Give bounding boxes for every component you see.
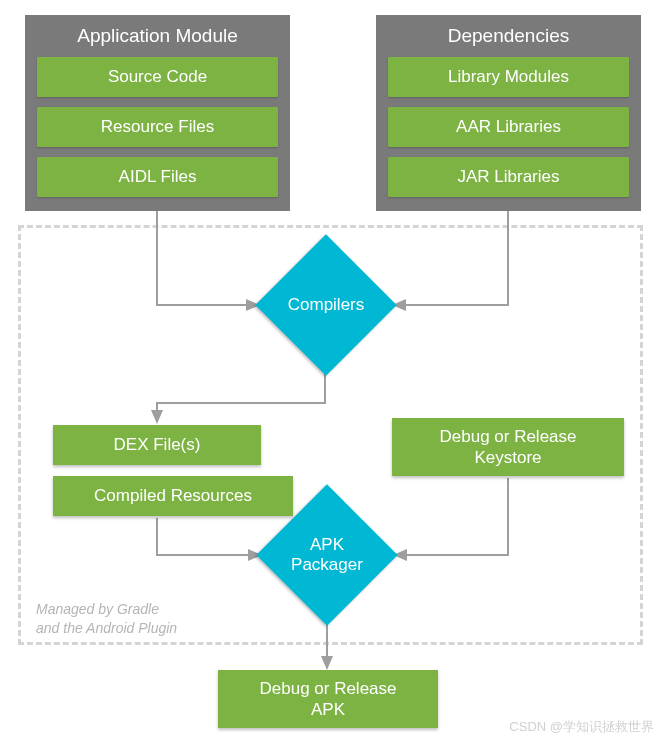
aidl-files-item: AIDL Files [37,157,278,197]
application-module-title: Application Module [37,25,278,47]
application-module-container: Application Module Source Code Resource … [25,15,290,211]
keystore-node: Debug or Release Keystore [392,418,624,476]
watermark-text: CSDN @学知识拯救世界 [509,718,654,736]
aar-libraries-item: AAR Libraries [388,107,629,147]
dependencies-title: Dependencies [388,25,629,47]
source-code-item: Source Code [37,57,278,97]
dex-files-node: DEX File(s) [53,425,261,465]
resource-files-item: Resource Files [37,107,278,147]
managed-by-gradle-note: Managed by Gradle and the Android Plugin [36,600,177,638]
dependencies-container: Dependencies Library Modules AAR Librari… [376,15,641,211]
apk-packager-label: APK Packager [291,535,363,576]
jar-libraries-item: JAR Libraries [388,157,629,197]
apk-packager-node: APK Packager [277,505,377,605]
compiled-resources-node: Compiled Resources [53,476,293,516]
compilers-label: Compilers [288,295,365,315]
apk-output-node: Debug or Release APK [218,670,438,728]
library-modules-item: Library Modules [388,57,629,97]
diagram-canvas: Application Module Source Code Resource … [0,0,660,742]
compilers-node: Compilers [276,255,376,355]
